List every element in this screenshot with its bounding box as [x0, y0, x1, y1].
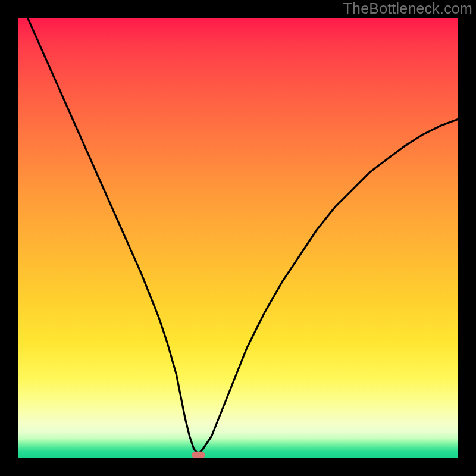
optimum-marker	[192, 452, 205, 458]
chart-container: TheBottleneck.com	[0, 0, 476, 476]
curve-layer	[18, 18, 458, 458]
watermark-text: TheBottleneck.com	[343, 0, 472, 17]
plot-area	[18, 18, 458, 458]
bottleneck-curve	[18, 18, 458, 454]
